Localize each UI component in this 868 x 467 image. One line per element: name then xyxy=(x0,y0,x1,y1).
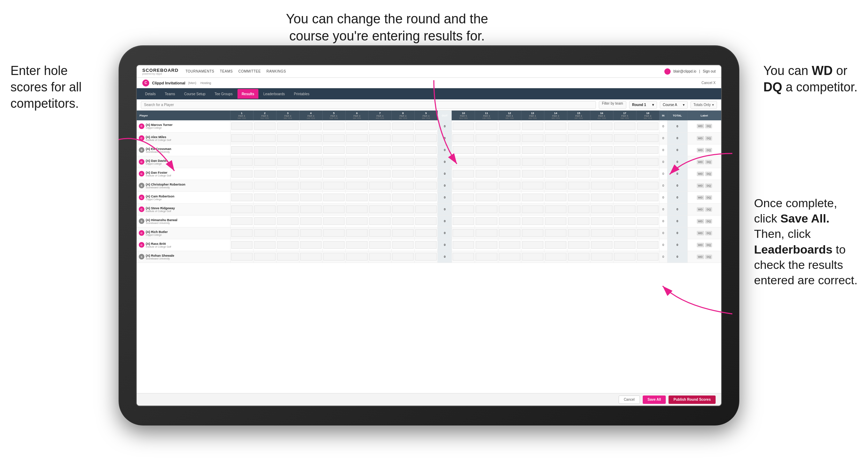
hole-score-18[interactable] xyxy=(636,251,659,263)
score-input-17[interactable] xyxy=(614,134,635,142)
hole-score-11[interactable] xyxy=(475,180,498,191)
hole-score-4[interactable] xyxy=(299,215,322,227)
hole-score-5[interactable] xyxy=(322,156,345,168)
score-input-8[interactable] xyxy=(392,134,414,142)
nav-sign-out[interactable]: Sign out xyxy=(703,69,716,73)
score-input-10[interactable] xyxy=(453,253,474,261)
hole-score-14[interactable] xyxy=(544,227,567,239)
score-input-2[interactable] xyxy=(254,229,276,237)
hole-score-16[interactable] xyxy=(590,191,613,203)
score-input-10[interactable] xyxy=(453,241,474,249)
score-input-13[interactable] xyxy=(522,182,543,189)
score-input-12[interactable] xyxy=(499,182,520,189)
score-input-18[interactable] xyxy=(637,217,658,225)
score-input-9[interactable] xyxy=(415,182,437,189)
hole-score-18[interactable] xyxy=(636,215,659,227)
score-input-9[interactable] xyxy=(415,146,437,154)
hole-score-1[interactable] xyxy=(230,156,253,168)
hole-score-1[interactable] xyxy=(230,168,253,180)
hole-score-1[interactable] xyxy=(230,132,253,144)
hole-score-9[interactable] xyxy=(415,120,438,132)
hole-score-16[interactable] xyxy=(590,180,613,191)
hole-score-9[interactable] xyxy=(415,132,438,144)
hole-score-15[interactable] xyxy=(567,215,590,227)
hole-score-15[interactable] xyxy=(567,168,590,180)
hole-score-18[interactable] xyxy=(636,227,659,239)
hole-score-11[interactable] xyxy=(475,144,498,156)
score-input-17[interactable] xyxy=(614,229,635,237)
hole-score-16[interactable] xyxy=(590,215,613,227)
hole-score-6[interactable] xyxy=(345,156,368,168)
hole-score-8[interactable] xyxy=(391,144,414,156)
score-input-18[interactable] xyxy=(637,146,658,154)
score-input-18[interactable] xyxy=(637,205,658,213)
score-input-7[interactable] xyxy=(369,194,391,201)
hole-score-18[interactable] xyxy=(636,191,659,203)
hole-score-10[interactable] xyxy=(452,203,475,215)
hole-score-10[interactable] xyxy=(452,227,475,239)
score-input-1[interactable] xyxy=(231,253,252,261)
hole-score-1[interactable] xyxy=(230,227,253,239)
score-input-13[interactable] xyxy=(522,229,543,237)
score-input-7[interactable] xyxy=(369,205,391,213)
score-input-6[interactable] xyxy=(346,158,368,166)
score-input-7[interactable] xyxy=(369,134,391,142)
score-input-12[interactable] xyxy=(499,122,520,130)
hole-score-4[interactable] xyxy=(299,156,322,168)
hole-score-2[interactable] xyxy=(253,120,276,132)
hole-score-14[interactable] xyxy=(544,156,567,168)
score-input-17[interactable] xyxy=(614,241,635,249)
score-input-8[interactable] xyxy=(392,170,414,178)
score-input-10[interactable] xyxy=(453,122,474,130)
hole-score-15[interactable] xyxy=(567,251,590,263)
hole-score-13[interactable] xyxy=(521,191,544,203)
score-input-16[interactable] xyxy=(591,241,612,249)
hole-score-5[interactable] xyxy=(322,120,345,132)
score-input-10[interactable] xyxy=(453,146,474,154)
hole-score-7[interactable] xyxy=(368,156,391,168)
tab-results[interactable]: Results xyxy=(237,89,258,99)
hole-score-11[interactable] xyxy=(475,203,498,215)
hole-score-14[interactable] xyxy=(544,144,567,156)
hole-score-2[interactable] xyxy=(253,144,276,156)
hole-score-14[interactable] xyxy=(544,191,567,203)
score-input-2[interactable] xyxy=(254,134,276,142)
score-input-17[interactable] xyxy=(614,146,635,154)
score-input-6[interactable] xyxy=(346,194,368,201)
score-input-16[interactable] xyxy=(591,217,612,225)
hole-score-3[interactable] xyxy=(276,191,299,203)
hole-score-18[interactable] xyxy=(636,144,659,156)
hole-score-17[interactable] xyxy=(613,203,636,215)
score-input-6[interactable] xyxy=(346,241,368,249)
score-input-9[interactable] xyxy=(415,170,437,178)
hole-score-4[interactable] xyxy=(299,203,322,215)
score-input-14[interactable] xyxy=(545,241,566,249)
hole-score-14[interactable] xyxy=(544,215,567,227)
score-input-4[interactable] xyxy=(300,253,322,261)
publish-button[interactable]: Publish Round Scores xyxy=(669,396,716,404)
hole-score-12[interactable] xyxy=(498,239,521,251)
hole-score-8[interactable] xyxy=(391,168,414,180)
hole-score-9[interactable] xyxy=(415,156,438,168)
hole-score-18[interactable] xyxy=(636,203,659,215)
hole-score-5[interactable] xyxy=(322,132,345,144)
score-input-7[interactable] xyxy=(369,170,391,178)
nav-teams[interactable]: TEAMS xyxy=(220,69,233,73)
score-input-14[interactable] xyxy=(545,205,566,213)
hole-score-17[interactable] xyxy=(613,180,636,191)
hole-score-11[interactable] xyxy=(475,132,498,144)
score-input-11[interactable] xyxy=(476,122,497,130)
hole-score-18[interactable] xyxy=(636,120,659,132)
hole-score-4[interactable] xyxy=(299,227,322,239)
hole-score-4[interactable] xyxy=(299,120,322,132)
hole-score-2[interactable] xyxy=(253,132,276,144)
score-input-5[interactable] xyxy=(323,146,345,154)
score-input-18[interactable] xyxy=(637,194,658,201)
score-input-1[interactable] xyxy=(231,205,252,213)
score-input-7[interactable] xyxy=(369,253,391,261)
score-input-14[interactable] xyxy=(545,182,566,189)
hole-score-5[interactable] xyxy=(322,239,345,251)
hole-score-17[interactable] xyxy=(613,120,636,132)
hole-score-8[interactable] xyxy=(391,180,414,191)
score-input-15[interactable] xyxy=(568,253,589,261)
